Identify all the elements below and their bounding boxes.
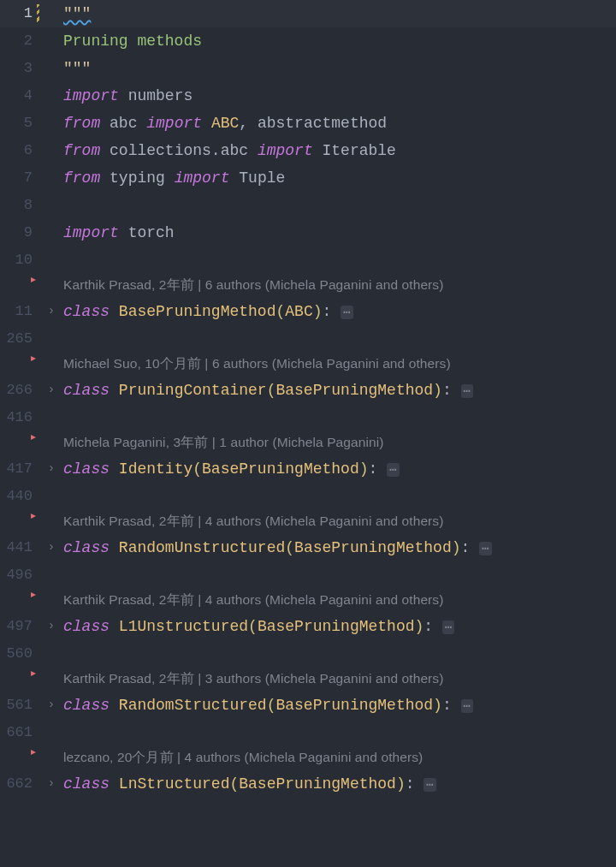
- fold-marker-icon: ▸: [31, 428, 36, 445]
- code-line[interactable]: 8: [0, 192, 616, 219]
- code-line[interactable]: 417 › class Identity(BasePruningMethod):…: [0, 455, 616, 483]
- code-line[interactable]: 11 › class BasePruningMethod(ABC): ⋯: [0, 298, 616, 325]
- code-line[interactable]: 2 Pruning methods: [0, 27, 616, 55]
- code-line[interactable]: 9 import torch: [0, 219, 616, 246]
- codelens-annotation[interactable]: ▸ Karthik Prasad, 2年前 | 6 authors (Miche…: [0, 274, 616, 298]
- line-number: 497: [0, 615, 41, 639]
- gutter-modified-marker: [37, 4, 39, 24]
- codelens-text: Karthik Prasad, 2年前 | 6 authors (Michela…: [63, 274, 443, 296]
- line-number: 661: [0, 721, 41, 745]
- code-line[interactable]: 661: [0, 719, 616, 746]
- code-line[interactable]: 6 from collections.abc import Iterable: [0, 137, 616, 164]
- codelens-annotation[interactable]: ▸ Michael Suo, 10个月前 | 6 authors (Michel…: [0, 353, 616, 377]
- line-number: 3: [0, 56, 41, 81]
- code-line[interactable]: 497 › class L1Unstructured(BasePruningMe…: [0, 613, 616, 640]
- fold-marker-icon: ▸: [31, 585, 36, 603]
- codelens-text: Karthik Prasad, 2年前 | 4 authors (Michela…: [63, 510, 443, 532]
- code-line[interactable]: 662 › class LnStructured(BasePruningMeth…: [0, 770, 616, 798]
- line-number: 2: [0, 29, 41, 54]
- codelens-annotation[interactable]: ▸ Karthik Prasad, 2年前 | 4 authors (Miche…: [0, 589, 616, 613]
- codelens-text: Michael Suo, 10个月前 | 6 authors (Michela …: [63, 353, 451, 375]
- code-line[interactable]: 496: [0, 561, 616, 589]
- fold-marker-icon: ▸: [31, 743, 36, 760]
- fold-marker-icon: ▸: [31, 349, 36, 366]
- line-number: 5: [0, 111, 41, 136]
- fold-toggle[interactable]: ›: [41, 380, 62, 401]
- line-number: 8: [0, 193, 41, 218]
- fold-toggle[interactable]: ›: [41, 695, 62, 716]
- code-line[interactable]: 440: [0, 483, 616, 510]
- folded-ellipsis-icon[interactable]: ⋯: [442, 621, 454, 634]
- line-number: 496: [0, 563, 41, 588]
- code-line[interactable]: 4 import numbers: [0, 82, 616, 110]
- codelens-annotation[interactable]: ▸ Karthik Prasad, 2年前 | 3 authors (Miche…: [0, 668, 616, 692]
- codelens-text: Michela Paganini, 3年前 | 1 author (Michel…: [63, 431, 384, 454]
- folded-ellipsis-icon[interactable]: ⋯: [461, 384, 473, 398]
- line-number: 560: [0, 642, 41, 667]
- line-number: 1: [0, 2, 41, 27]
- codelens-text: Karthik Prasad, 2年前 | 4 authors (Michela…: [63, 589, 443, 611]
- code-line[interactable]: 7 from typing import Tuple: [0, 164, 616, 192]
- fold-marker-icon: ▸: [31, 270, 36, 288]
- line-number: 6: [0, 139, 41, 163]
- fold-marker-icon: ▸: [31, 507, 36, 524]
- codelens-text: lezcano, 20个月前 | 4 authors (Michela Paga…: [63, 746, 423, 769]
- code-line[interactable]: 441 › class RandomUnstructured(BasePruni…: [0, 534, 616, 561]
- folded-ellipsis-icon[interactable]: ⋯: [479, 542, 491, 555]
- line-code: """: [62, 1, 616, 27]
- code-line[interactable]: 1 """: [0, 0, 616, 27]
- code-editor[interactable]: 1 """ 2 Pruning methods 3 """ 4 import n…: [0, 0, 616, 798]
- code-line[interactable]: 416: [0, 404, 616, 431]
- fold-toggle[interactable]: ›: [41, 774, 62, 794]
- fold-toggle[interactable]: ›: [41, 616, 62, 637]
- line-number: 561: [0, 693, 41, 718]
- line-number: 266: [0, 378, 41, 403]
- line-number: 417: [0, 457, 41, 482]
- code-line[interactable]: 560: [0, 640, 616, 668]
- line-number: 4: [0, 84, 41, 109]
- folded-ellipsis-icon[interactable]: ⋯: [424, 778, 435, 792]
- folded-ellipsis-icon[interactable]: ⋯: [387, 463, 399, 477]
- codelens-annotation[interactable]: ▸ Karthik Prasad, 2年前 | 4 authors (Miche…: [0, 510, 616, 534]
- line-number: 662: [0, 772, 41, 797]
- code-line[interactable]: 265: [0, 325, 616, 353]
- line-number: 7: [0, 166, 41, 191]
- code-line[interactable]: 5 from abc import ABC, abstractmethod: [0, 110, 616, 137]
- line-number: 10: [0, 248, 41, 273]
- folded-ellipsis-icon[interactable]: ⋯: [341, 306, 352, 319]
- fold-marker-icon: ▸: [31, 664, 36, 681]
- line-number: 11: [0, 300, 41, 324]
- codelens-annotation[interactable]: ▸ Michela Paganini, 3年前 | 1 author (Mich…: [0, 431, 616, 455]
- line-number: 441: [0, 536, 41, 561]
- code-line[interactable]: 3 """: [0, 55, 616, 82]
- folded-ellipsis-icon[interactable]: ⋯: [461, 699, 473, 713]
- codelens-text: Karthik Prasad, 2年前 | 3 authors (Michela…: [63, 668, 443, 690]
- code-line[interactable]: 10: [0, 246, 616, 274]
- fold-toggle[interactable]: ›: [41, 537, 62, 558]
- fold-toggle[interactable]: ›: [41, 459, 62, 479]
- codelens-annotation[interactable]: ▸ lezcano, 20个月前 | 4 authors (Michela Pa…: [0, 746, 616, 770]
- line-number: 416: [0, 406, 41, 431]
- code-line[interactable]: 266 › class PruningContainer(BasePruning…: [0, 377, 616, 404]
- line-number: 265: [0, 327, 41, 352]
- line-number: 440: [0, 484, 41, 509]
- line-number: 9: [0, 221, 41, 246]
- fold-toggle[interactable]: ›: [41, 301, 62, 322]
- code-line[interactable]: 561 › class RandomStructured(BasePruning…: [0, 692, 616, 719]
